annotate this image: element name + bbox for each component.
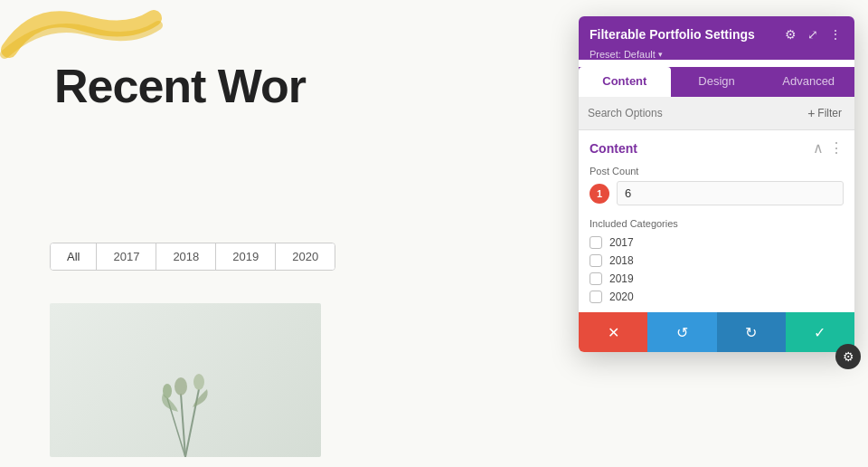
tab-content[interactable]: Content xyxy=(579,67,671,97)
drag-handle-icon: ⚙ xyxy=(843,349,854,364)
section-title: Content xyxy=(590,141,637,156)
post-count-row: 1 xyxy=(590,181,844,205)
post-count-label: Post Count xyxy=(590,166,844,176)
section-more-btn[interactable]: ⋮ xyxy=(829,139,844,157)
panel-title: Filterable Portfolio Settings xyxy=(590,27,755,42)
panel-tabs: Content Design Advanced xyxy=(579,67,854,97)
cancel-button[interactable]: ✕ xyxy=(579,312,647,352)
search-row: + Filter xyxy=(579,97,854,130)
svg-point-3 xyxy=(175,377,187,396)
portfolio-image xyxy=(50,303,321,457)
category-label-2018: 2018 xyxy=(609,254,634,267)
filter-btn-2017[interactable]: 2017 xyxy=(97,243,156,270)
category-item-2020: 2020 xyxy=(590,291,844,303)
category-checkbox-2019[interactable] xyxy=(590,272,602,285)
category-item-2018: 2018 xyxy=(590,254,844,267)
category-list: 2017 2018 2019 2020 xyxy=(590,236,844,303)
panel-footer: ✕ ↺ ↻ ✓ xyxy=(579,312,854,352)
category-label-2020: 2020 xyxy=(609,291,634,303)
filter-btn-all[interactable]: All xyxy=(51,243,97,270)
category-label-2017: 2017 xyxy=(609,236,634,249)
post-count-input[interactable] xyxy=(617,181,844,205)
category-checkbox-2017[interactable] xyxy=(590,236,602,249)
undo-button[interactable]: ↺ xyxy=(647,312,716,352)
tab-advanced[interactable]: Advanced xyxy=(762,67,854,97)
section-icons: ∧ ⋮ xyxy=(813,139,844,157)
filter-btn-2019[interactable]: 2019 xyxy=(216,243,276,270)
panel-preset[interactable]: Preset: Default ▾ xyxy=(590,49,844,60)
category-item-2019: 2019 xyxy=(590,272,844,285)
search-input[interactable] xyxy=(588,107,798,119)
categories-label: Included Categories xyxy=(590,218,844,229)
drag-handle[interactable]: ⚙ xyxy=(835,344,861,369)
tab-design[interactable]: Design xyxy=(671,67,763,97)
expand-icon-btn[interactable]: ⤢ xyxy=(806,25,820,43)
filter-btn-2020[interactable]: 2020 xyxy=(276,243,335,270)
category-checkbox-2018[interactable] xyxy=(590,254,602,267)
section-header: Content ∧ ⋮ xyxy=(590,139,844,157)
page-title: Recent Wor xyxy=(54,59,306,113)
filter-buttons-row: All 2017 2018 2019 2020 xyxy=(50,243,335,271)
preset-label: Preset: Default xyxy=(590,49,656,60)
more-icon-btn[interactable]: ⋮ xyxy=(827,25,844,43)
category-item-2017: 2017 xyxy=(590,236,844,249)
filter-btn-2018[interactable]: 2018 xyxy=(156,243,216,270)
filter-btn[interactable]: + Filter xyxy=(804,104,845,122)
preset-arrow-icon: ▾ xyxy=(658,50,663,59)
panel-header-top: Filterable Portfolio Settings ⚙ ⤢ ⋮ xyxy=(590,25,844,43)
settings-panel: Filterable Portfolio Settings ⚙ ⤢ ⋮ Pres… xyxy=(579,16,854,352)
panel-header-icons: ⚙ ⤢ ⋮ xyxy=(783,25,844,43)
svg-point-4 xyxy=(193,374,204,390)
redo-button[interactable]: ↻ xyxy=(717,312,786,352)
category-label-2019: 2019 xyxy=(609,272,634,285)
panel-content: Content ∧ ⋮ Post Count 1 Included Catego… xyxy=(579,130,854,312)
filter-label-text: Filter xyxy=(817,107,842,119)
filter-plus-icon: + xyxy=(807,106,815,120)
collapse-section-btn[interactable]: ∧ xyxy=(813,139,824,157)
post-count-badge: 1 xyxy=(590,184,609,204)
settings-icon-btn[interactable]: ⚙ xyxy=(783,25,798,43)
svg-line-1 xyxy=(185,389,199,457)
panel-header: Filterable Portfolio Settings ⚙ ⤢ ⋮ Pres… xyxy=(579,16,854,60)
category-checkbox-2020[interactable] xyxy=(590,291,602,303)
